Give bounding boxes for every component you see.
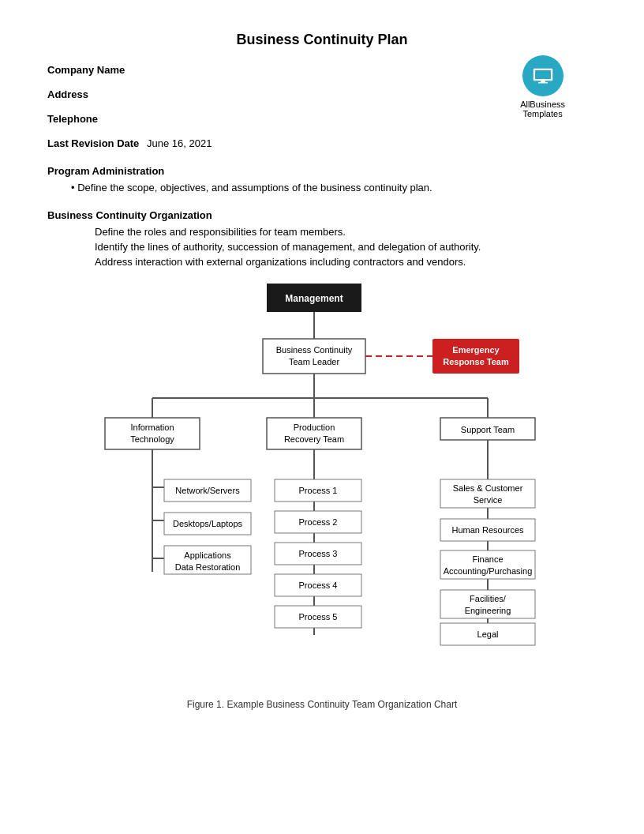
svg-text:Engineering: Engineering [465, 606, 511, 615]
logo-text2: Templates [520, 109, 565, 118]
org-chart-svg: Management Business Continuity Team Lead… [62, 276, 582, 686]
company-name-row: Company Name [47, 64, 597, 76]
svg-text:Team Leader: Team Leader [289, 357, 340, 366]
bco-line-2: Address interaction with external organi… [95, 256, 597, 268]
svg-text:Data Restoration: Data Restoration [175, 562, 241, 572]
svg-text:Process 5: Process 5 [299, 612, 338, 622]
revision-date-label: Last Revision Date [47, 137, 139, 149]
svg-rect-3 [538, 82, 548, 84]
revision-date-row: Last Revision Date June 16, 2021 [47, 137, 597, 149]
svg-text:Finance: Finance [472, 554, 503, 564]
page-title: Business Continuity Plan [47, 32, 597, 48]
svg-text:Response Team: Response Team [443, 357, 509, 366]
svg-text:Recovery Team: Recovery Team [284, 434, 344, 444]
svg-rect-2 [541, 81, 545, 82]
svg-text:Desktops/Laptops: Desktops/Laptops [173, 519, 243, 528]
svg-text:Process 2: Process 2 [299, 517, 338, 527]
svg-text:Process 3: Process 3 [299, 549, 338, 558]
svg-text:Service: Service [474, 495, 503, 505]
logo-text: AllBusiness [520, 100, 565, 109]
svg-rect-7 [263, 339, 365, 374]
svg-rect-1 [535, 70, 551, 79]
svg-text:Technology: Technology [130, 434, 174, 444]
svg-text:Emergency: Emergency [452, 345, 500, 355]
bco-title: Business Continuity Organization [47, 209, 597, 221]
bco-section: Business Continuity Organization Define … [47, 209, 597, 268]
org-chart-wrapper: Management Business Continuity Team Lead… [47, 276, 597, 686]
bullet-icon: • [71, 182, 75, 193]
revision-date-value: June 16, 2021 [147, 137, 212, 149]
svg-text:Process 4: Process 4 [299, 580, 338, 590]
svg-text:Facilities/: Facilities/ [470, 594, 507, 603]
logo-icon [522, 55, 564, 96]
bco-line-1: Identify the lines of authority, success… [95, 241, 597, 253]
svg-text:Business Continuity: Business Continuity [276, 345, 353, 355]
svg-text:Production: Production [294, 423, 335, 432]
svg-text:Human Resources: Human Resources [451, 525, 524, 535]
svg-text:Sales & Customer: Sales & Customer [453, 483, 523, 493]
logo-area: AllBusiness Templates [520, 55, 565, 118]
telephone-row: Telephone [47, 113, 597, 125]
address-label: Address [47, 88, 88, 100]
program-admin-item-0: • Define the scope, objectives, and assu… [71, 182, 597, 193]
svg-text:Information: Information [130, 423, 174, 432]
company-name-label: Company Name [47, 64, 125, 76]
telephone-label: Telephone [47, 113, 98, 125]
svg-text:Management: Management [285, 293, 343, 304]
svg-text:Support Team: Support Team [461, 425, 515, 434]
program-admin-section: Program Administration • Define the scop… [47, 165, 597, 193]
svg-text:Accounting/Purchasing: Accounting/Purchasing [444, 566, 533, 576]
address-row: Address [47, 88, 597, 100]
figure-caption: Figure 1. Example Business Continuity Te… [47, 699, 597, 710]
svg-text:Process 1: Process 1 [299, 486, 338, 495]
bco-line-0: Define the roles and responsibilities fo… [95, 226, 597, 238]
svg-text:Legal: Legal [477, 629, 499, 639]
svg-rect-11 [432, 339, 519, 374]
fields-section: Company Name Address Telephone Last Revi… [47, 64, 597, 149]
program-admin-title: Program Administration [47, 165, 597, 177]
svg-text:Applications: Applications [184, 550, 231, 560]
svg-text:Network/Servers: Network/Servers [175, 486, 240, 495]
